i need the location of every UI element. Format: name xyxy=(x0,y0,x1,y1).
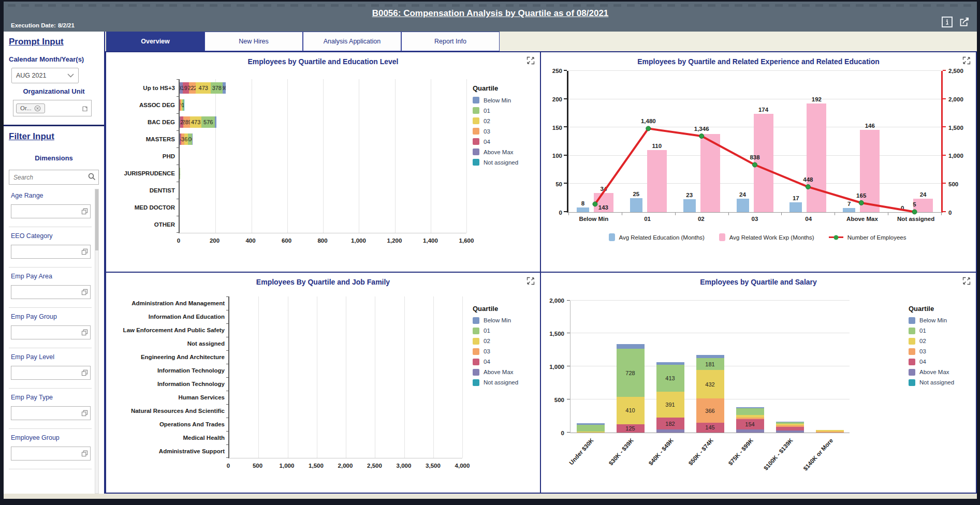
lookup-icon[interactable] xyxy=(81,329,88,336)
bottom-axis-tick xyxy=(622,213,622,215)
axis-tick-label: 2,500 xyxy=(367,463,382,469)
tab-overview[interactable]: Overview xyxy=(106,32,204,51)
axis-tick-label: 1,000 xyxy=(280,463,295,469)
filter-value-input[interactable] xyxy=(11,366,91,380)
remove-chip-icon[interactable] xyxy=(34,105,41,112)
bar-wrap: 23 xyxy=(683,71,696,212)
bar-value-label: 110 xyxy=(652,143,662,149)
panel-body: 05001,0001,5002,000125410728182391413145… xyxy=(545,286,972,493)
x-axis: 02004006008001,0001,2001,4001,600 xyxy=(110,233,466,247)
legend-item-01: 01 xyxy=(909,328,972,334)
gridline xyxy=(466,79,467,233)
legend-swatch xyxy=(909,348,915,355)
panel-experience: Employees by Quartile and Related Experi… xyxy=(541,52,976,273)
bar-wrap: 17 xyxy=(789,71,802,212)
axis-tick-label: 1,000 xyxy=(549,364,564,370)
org-unit-chip[interactable]: Or... xyxy=(16,103,45,113)
bar-group-below-min: 834 xyxy=(568,71,622,212)
axis-tick-label: 100 xyxy=(552,153,562,159)
bottom-axis-tick xyxy=(941,213,942,215)
legend-item-avg-related-work-exp-months-: Avg Related Work Exp (Months) xyxy=(719,233,814,241)
bar-group-02: 23 xyxy=(675,71,728,212)
bar-value-label: 34 xyxy=(601,186,607,192)
legend-label: 03 xyxy=(484,128,490,135)
calendar-select[interactable]: AUG 2021 xyxy=(11,68,79,83)
plot-area: 8342511023241741719271460241431,4801,346… xyxy=(567,71,943,213)
header-actions xyxy=(942,17,970,27)
bar-row xyxy=(180,216,466,233)
bar-segment-01: 378 xyxy=(211,82,223,94)
filter-value-input[interactable] xyxy=(11,285,91,299)
filter-value-input[interactable] xyxy=(11,325,91,339)
legend-swatch xyxy=(473,148,479,155)
salary-chart: 05001,0001,5002,000125410728182391413145… xyxy=(545,286,909,493)
filter-value-input[interactable] xyxy=(11,204,91,218)
education-chart: Up to HS+3ASSOC DEGBAC DEGMASTERSPHDJURI… xyxy=(110,66,473,272)
search-icon[interactable] xyxy=(88,173,96,181)
bar-row xyxy=(229,404,462,418)
expand-panel-icon[interactable] xyxy=(526,277,535,285)
axis-tick-label: 500 xyxy=(948,181,958,187)
report-title-link[interactable]: B0056: Compensation Analysis by Quartile… xyxy=(4,8,977,19)
lookup-icon[interactable] xyxy=(81,289,88,295)
left-axis-tick xyxy=(564,183,567,184)
bar-avg-related-work-exp-months- xyxy=(647,150,667,212)
search-input[interactable] xyxy=(9,170,99,185)
prompt-input-heading[interactable]: Prompt Input xyxy=(9,37,99,47)
filter-value-input[interactable] xyxy=(11,245,91,259)
axis-tick-label: 1,200 xyxy=(387,237,402,244)
legend-label: Avg Related Work Exp (Months) xyxy=(729,234,814,241)
legend-label: Below Min xyxy=(484,317,511,323)
lookup-icon[interactable] xyxy=(81,208,88,215)
experience-chart: 0501001502002508342511023241741719271460… xyxy=(545,66,972,272)
bar-segment-04 xyxy=(776,427,804,430)
filter-item-employee-group: Employee Group xyxy=(9,429,92,469)
filter-value-input[interactable] xyxy=(11,406,91,420)
lookup-icon[interactable] xyxy=(81,450,88,457)
bar-groups: 834251102324174171927146024 xyxy=(568,71,941,212)
filter-input-heading[interactable]: Filter Input xyxy=(9,131,99,142)
category-label: Under $30K xyxy=(568,437,595,466)
bottom-axis-tick xyxy=(835,213,835,215)
bar-group-04: 17192 xyxy=(781,71,835,212)
category-labels: Below Min01020304Above MaxNot assigned xyxy=(567,213,943,225)
axis-tick-label: 2,000 xyxy=(948,96,963,102)
export-icon[interactable] xyxy=(959,17,970,27)
legend-item-04: 04 xyxy=(909,359,972,365)
category-label: $140K or More xyxy=(802,437,834,472)
axis-tick xyxy=(226,377,229,378)
bar-group-03: 24174 xyxy=(728,71,782,212)
dimensions-label: Dimensions xyxy=(9,154,99,162)
org-lookup-icon[interactable] xyxy=(82,105,89,112)
chart-title: Employees by Quartile and Education Leve… xyxy=(110,57,536,66)
expand-panel-icon[interactable] xyxy=(962,277,971,285)
scrollbar-thumb[interactable] xyxy=(95,189,98,250)
filter-item-eeo-category: EEO Category xyxy=(9,227,92,268)
tab-analysis-application[interactable]: Analysis Application xyxy=(303,32,401,51)
tab-new-hires[interactable]: New Hires xyxy=(204,32,303,51)
bar-avg-related-education-months- xyxy=(737,199,749,212)
legend-label: Not assigned xyxy=(484,379,518,385)
legend-label: 03 xyxy=(484,348,490,354)
axis-tick-label: 150 xyxy=(552,125,562,131)
lookup-icon[interactable] xyxy=(81,410,88,417)
columns: 125410728182391413145366432181154 xyxy=(571,301,850,433)
quartile-legend: QuartileBelow Min01020304Above MaxNot as… xyxy=(473,66,536,272)
charts-grid: Employees by Quartile and Education Leve… xyxy=(105,51,977,494)
lookup-icon[interactable] xyxy=(81,369,88,376)
expand-panel-icon[interactable] xyxy=(962,56,971,65)
category-label: JURISPRUDENCE xyxy=(110,165,179,182)
job-family-chart: Administration And ManagementInformation… xyxy=(110,286,473,493)
info-icon[interactable] xyxy=(942,17,953,27)
axis-tick-label: 250 xyxy=(552,68,562,74)
stacked-bar: 125410728 xyxy=(617,301,645,433)
filter-value-input[interactable] xyxy=(11,447,91,461)
lookup-icon[interactable] xyxy=(81,248,88,255)
axis-tick xyxy=(177,147,179,148)
legend-title: Quartile xyxy=(909,305,972,313)
legend-item-03: 03 xyxy=(473,348,536,355)
expand-panel-icon[interactable] xyxy=(526,56,535,65)
sidebar-scrollbar[interactable] xyxy=(95,189,99,494)
tab-report-info[interactable]: Report Info xyxy=(401,32,500,51)
org-unit-input[interactable]: Or... xyxy=(13,100,92,116)
